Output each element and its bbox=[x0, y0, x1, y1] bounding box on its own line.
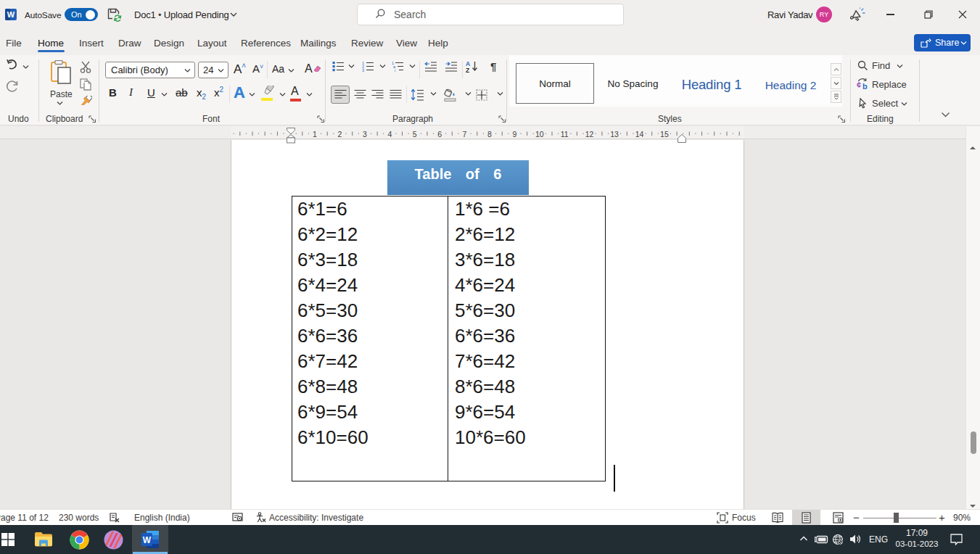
svg-text:5: 5 bbox=[413, 130, 417, 138]
svg-text:13: 13 bbox=[610, 130, 619, 138]
svg-text:1: 1 bbox=[313, 130, 317, 138]
svg-text:8: 8 bbox=[487, 130, 492, 138]
svg-text:11: 11 bbox=[561, 130, 569, 138]
svg-text:7: 7 bbox=[463, 130, 467, 138]
svg-text:15: 15 bbox=[660, 130, 669, 138]
svg-text:4: 4 bbox=[387, 130, 392, 138]
svg-text:10: 10 bbox=[535, 130, 544, 138]
svg-text:12: 12 bbox=[585, 130, 594, 138]
svg-text:W: W bbox=[143, 535, 152, 545]
svg-text:14: 14 bbox=[635, 130, 644, 138]
svg-text:2: 2 bbox=[337, 130, 342, 138]
svg-text:3: 3 bbox=[363, 130, 367, 138]
svg-text:6: 6 bbox=[437, 130, 442, 138]
svg-text:9: 9 bbox=[512, 130, 516, 138]
